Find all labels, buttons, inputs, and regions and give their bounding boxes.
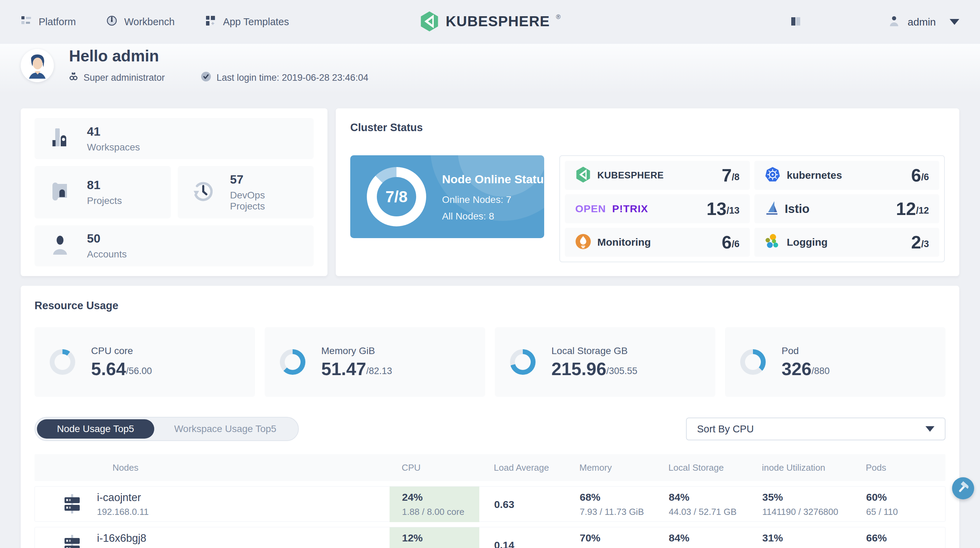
stat-text: 50 Accounts bbox=[87, 231, 127, 260]
cpu-percent: 24% bbox=[402, 491, 479, 503]
greeting-title: Hello admin bbox=[69, 46, 368, 65]
col-header-storage: Local Storage bbox=[668, 462, 762, 473]
stat-label: Accounts bbox=[87, 249, 127, 260]
service-kubesphere: KUBESPHERE 7 /8 bbox=[565, 161, 750, 190]
nav-item-app-templates[interactable]: + App Templates bbox=[205, 15, 289, 29]
cpu-detail: 1.88 / 8.00 core bbox=[402, 507, 479, 517]
service-total: /8 bbox=[732, 172, 740, 184]
service-name-part: P!TRIX bbox=[612, 203, 648, 215]
service-name-part: OPEN bbox=[575, 203, 606, 215]
nav-item-label: Platform bbox=[39, 16, 76, 28]
gauge-cpu: CPU core 5.64 /56.00 bbox=[35, 327, 255, 397]
logo-wordmark: KUBESPHERE bbox=[446, 11, 550, 32]
node-online-title: Node Online Status bbox=[442, 172, 544, 187]
hammer-icon bbox=[956, 481, 970, 496]
table-row[interactable]: i-caojnter 192.168.0.11 24% 1.88 / 8.00 … bbox=[35, 486, 945, 522]
memory-donut bbox=[280, 349, 305, 375]
gauge-total: /305.55 bbox=[606, 366, 637, 379]
role-icon bbox=[69, 72, 78, 83]
banner-meta: Super administrator Last login time: 201… bbox=[69, 72, 368, 84]
sort-by-select[interactable]: Sort By CPU bbox=[686, 417, 945, 440]
node-online-donut: 7/8 bbox=[367, 167, 426, 226]
top-nav: Platform Workbench + App Templates KUBES… bbox=[0, 0, 980, 44]
nav-item-workbench[interactable]: Workbench bbox=[106, 15, 175, 29]
stat-label: DevOps Projects bbox=[230, 190, 299, 212]
gauge-local-storage: Local Storage GB 215.96 /305.55 bbox=[495, 327, 715, 397]
kubesphere-logo-icon bbox=[420, 11, 440, 33]
node-ip: 192.168.0.11 bbox=[97, 507, 149, 517]
kubernetes-icon bbox=[765, 167, 781, 184]
storage-percent: 84% bbox=[669, 491, 762, 503]
service-name: Istio bbox=[785, 202, 810, 216]
service-name: kubernetes bbox=[787, 169, 842, 181]
service-total: /3 bbox=[921, 239, 929, 251]
usage-tabs: Node Usage Top5 Workspace Usage Top5 bbox=[35, 417, 299, 441]
gauge-total: /56.00 bbox=[126, 366, 152, 379]
nav-item-platform[interactable]: Platform bbox=[21, 15, 76, 29]
username-label: admin bbox=[908, 16, 936, 28]
service-openpitrix: OPENP!TRIX 13 /13 bbox=[565, 194, 750, 223]
role-item: Super administrator bbox=[69, 72, 165, 83]
gauge-label: Memory GiB bbox=[321, 346, 392, 357]
pods-percent: 60% bbox=[866, 491, 945, 503]
cpu-percent: 12% bbox=[402, 532, 479, 544]
pod-donut bbox=[740, 349, 766, 375]
service-monitoring: Monitoring 6 /6 bbox=[565, 228, 750, 257]
gauge-used: 215.96 bbox=[551, 359, 606, 379]
workspaces-icon bbox=[49, 127, 71, 150]
chevron-down-icon bbox=[926, 426, 934, 432]
cluster-services-panel: KUBESPHERE 7 /8 kubernetes bbox=[559, 155, 945, 262]
toolbox-fab-button[interactable] bbox=[952, 477, 974, 499]
resource-gauges: CPU core 5.64 /56.00 Memory GiB 51.47 /8… bbox=[35, 327, 945, 397]
stat-tile-projects[interactable]: 81 Projects bbox=[35, 166, 171, 218]
main-content: 41 Workspaces 81 Projects bbox=[0, 108, 980, 548]
sort-by-value: Sort By CPU bbox=[697, 424, 754, 435]
gauge-memory: Memory GiB 51.47 /82.13 bbox=[265, 327, 485, 397]
nav-item-label: App Templates bbox=[223, 16, 289, 28]
cpu-donut bbox=[50, 349, 75, 375]
nav-item-label: Workbench bbox=[124, 16, 175, 28]
node-online-status-card: 7/8 Node Online Status Online Nodes: 7 A… bbox=[350, 155, 544, 238]
node-usage-table: Nodes CPU Load Average Memory Local Stor… bbox=[35, 454, 945, 548]
stat-tile-devops-projects[interactable]: 57 DevOps Projects bbox=[178, 166, 314, 218]
service-value: 2 bbox=[911, 233, 921, 251]
pods-percent: 66% bbox=[866, 532, 945, 544]
check-circle-icon bbox=[201, 72, 211, 84]
greeting-banner: Hello admin Super administrator Last log… bbox=[0, 44, 980, 94]
service-kubernetes: kubernetes 6 /6 bbox=[754, 161, 939, 190]
stat-text: 41 Workspaces bbox=[87, 124, 140, 153]
service-value: 13 bbox=[707, 200, 727, 218]
service-total: /12 bbox=[916, 206, 929, 218]
node-name: i-caojnter bbox=[97, 491, 149, 504]
col-header-memory: Memory bbox=[579, 462, 668, 473]
resource-usage-card: Resource Usage CPU core 5.64 /56.00 Memo… bbox=[21, 286, 959, 548]
stat-tile-workspaces[interactable]: 41 Workspaces bbox=[35, 118, 314, 159]
projects-icon bbox=[49, 180, 71, 204]
table-controls: Node Usage Top5 Workspace Usage Top5 Sor… bbox=[35, 417, 945, 441]
node-online-info: Node Online Status Online Nodes: 7 All N… bbox=[442, 172, 544, 222]
docs-book-icon[interactable] bbox=[790, 16, 802, 28]
nav-right: admin bbox=[790, 15, 959, 29]
table-row[interactable]: i-16x6bgj8 192.168.0.14 12% 0.93 / 8.00 … bbox=[35, 527, 945, 548]
inode-detail: 1141190 / 3276800 bbox=[762, 507, 866, 517]
storage-donut bbox=[510, 349, 536, 375]
workbench-gauge-icon bbox=[106, 15, 117, 29]
kubesphere-icon bbox=[575, 167, 591, 184]
all-nodes-label: All Nodes: 8 bbox=[442, 211, 544, 222]
service-logging: Logging 2 /3 bbox=[754, 228, 939, 257]
tab-workspace-usage-top5[interactable]: Workspace Usage Top5 bbox=[154, 419, 296, 439]
service-name: KUBESPHERE bbox=[597, 170, 664, 181]
user-menu[interactable]: admin bbox=[888, 15, 959, 29]
stat-value: 57 bbox=[230, 172, 299, 186]
stat-tile-accounts[interactable]: 50 Accounts bbox=[35, 225, 314, 266]
avatar bbox=[21, 49, 54, 82]
tab-node-usage-top5[interactable]: Node Usage Top5 bbox=[37, 419, 154, 439]
table-header-row: Nodes CPU Load Average Memory Local Stor… bbox=[35, 454, 945, 481]
nav-left: Platform Workbench + App Templates bbox=[21, 15, 289, 29]
gauge-used: 326 bbox=[781, 359, 811, 379]
cpu-usage-cell: 12% 0.93 / 8.00 core bbox=[390, 527, 479, 548]
kubesphere-logo[interactable]: KUBESPHERE ® bbox=[420, 11, 561, 33]
col-header-load: Load Average bbox=[494, 462, 579, 473]
col-header-pods: Pods bbox=[866, 462, 945, 473]
memory-detail: 7.93 / 11.73 GiB bbox=[580, 507, 669, 517]
